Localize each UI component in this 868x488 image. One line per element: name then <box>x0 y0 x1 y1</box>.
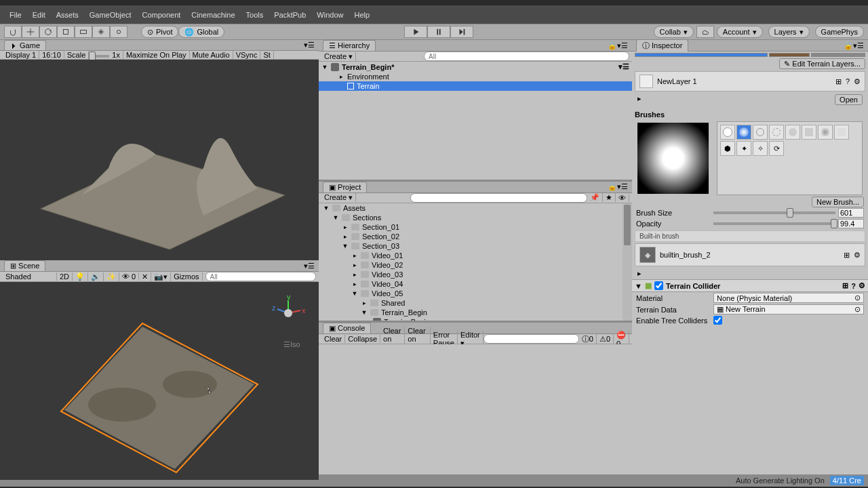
scene-menu-icon[interactable]: ▾☰ <box>618 62 629 71</box>
assets-folder[interactable]: ▼Assets <box>319 203 632 213</box>
create-dropdown[interactable]: Create ▾ <box>321 193 356 202</box>
terrain-data-field[interactable]: ▦ New Terrain⊙ <box>713 304 864 314</box>
lock-icon[interactable]: 🔒 <box>608 182 617 191</box>
scene-viewport[interactable]: x y z Iso ☰ <box>0 282 319 480</box>
opacity-field[interactable] <box>838 219 864 228</box>
hierarchy-tab[interactable]: ☰ Hierarchy <box>323 40 376 51</box>
expand-arrow[interactable]: ▸ <box>637 269 642 277</box>
rotate-tool[interactable] <box>39 26 57 38</box>
brush-option[interactable]: ✦ <box>736 141 751 156</box>
brush-asset-row[interactable]: ◆ builtin_brush_2 ⊞ ⚙ <box>635 243 865 266</box>
brush-option[interactable]: ⟳ <box>769 141 784 156</box>
scene-search[interactable] <box>205 272 316 281</box>
brush-size-field[interactable] <box>838 208 864 218</box>
brush-option[interactable] <box>720 125 735 140</box>
panel-menu-icon[interactable]: ▾☰ <box>617 182 628 191</box>
video-folder[interactable]: ▸Video_03 <box>319 270 632 279</box>
info-count[interactable]: ⓘ0 <box>579 334 597 344</box>
video-folder[interactable]: ▸Video_01 <box>319 251 632 260</box>
mute-toggle[interactable]: Mute Audio <box>190 51 233 59</box>
collab-dropdown[interactable]: Collab▾ <box>654 26 694 38</box>
pause-button[interactable] <box>427 26 450 38</box>
terrain-begin-scene[interactable]: Terrain_Begin <box>319 317 632 321</box>
game-viewport[interactable] <box>0 60 319 260</box>
global-toggle[interactable]: 🌐Global <box>178 26 224 38</box>
object-picker-icon[interactable]: ⊙ <box>854 293 861 302</box>
panel-menu-icon[interactable]: ▾☰ <box>304 41 315 49</box>
new-brush-button[interactable]: New Brush... <box>812 197 864 207</box>
preset-icon[interactable]: ⊞ <box>835 77 842 86</box>
menu-edit[interactable]: Edit <box>27 11 51 19</box>
lighting-status[interactable]: Auto Generate Lighting On <box>736 476 825 485</box>
lighting-icon[interactable]: 💡 <box>73 272 88 281</box>
favorite-icon[interactable]: ★ <box>603 193 616 202</box>
clear-button[interactable]: Clear <box>321 335 345 343</box>
scale-tool[interactable] <box>57 26 75 38</box>
brush-option[interactable]: ⬢ <box>720 141 735 156</box>
filter-icon[interactable]: 📌 <box>587 193 603 202</box>
brush-option[interactable] <box>818 125 833 140</box>
audio-icon[interactable]: 🔊 <box>88 272 104 281</box>
terrain-begin-folder[interactable]: ▼Terrain_Begin <box>319 308 632 317</box>
project-tree[interactable]: ▼Assets ▼Sections ▸Section_01 ▸Section_0… <box>319 203 632 321</box>
cloud-button[interactable] <box>696 26 714 38</box>
scene-tab[interactable]: ⊞ Scene <box>4 260 45 271</box>
layout-dropdown[interactable]: GamePhys <box>815 26 864 38</box>
expand-arrow[interactable]: ▸ <box>637 94 642 105</box>
hierarchy-item-terrain[interactable]: Terrain <box>319 81 632 91</box>
brush-size-slider[interactable] <box>713 211 835 214</box>
step-button[interactable] <box>450 26 473 38</box>
terrain-layer-row[interactable]: NewLayer 1 ⊞ ? ⚙ <box>635 71 865 92</box>
sections-folder[interactable]: ▼Sections <box>319 213 632 222</box>
object-picker-icon[interactable]: ⊙ <box>854 305 861 314</box>
brush-option[interactable] <box>736 125 751 140</box>
preset-icon[interactable]: ⊞ <box>844 251 850 260</box>
close-icon[interactable]: ✕ <box>139 272 151 281</box>
panel-menu-icon[interactable]: ▾☰ <box>617 41 628 50</box>
edit-terrain-layers-button[interactable]: ✎ Edit Terrain Layers... <box>779 58 865 69</box>
brush-option[interactable] <box>753 125 768 140</box>
aspect-dropdown[interactable]: 16:10 <box>39 51 64 59</box>
preset-icon[interactable]: ⊞ <box>842 281 848 290</box>
brush-option[interactable] <box>802 125 816 140</box>
open-button[interactable]: Open <box>835 94 863 105</box>
hand-tool[interactable] <box>4 26 22 38</box>
vsync-toggle[interactable]: VSync <box>233 51 261 59</box>
inspector-tab[interactable]: ⓘ Inspector <box>636 39 688 52</box>
hierarchy-search[interactable] <box>424 52 629 61</box>
brush-option[interactable] <box>785 125 800 140</box>
warning-count[interactable]: ⚠0 <box>597 335 614 344</box>
create-dropdown[interactable]: Create ▾ <box>321 52 356 61</box>
layers-dropdown[interactable]: Layers▾ <box>768 26 810 38</box>
menu-packtpub[interactable]: PacktPub <box>269 11 311 19</box>
section-folder[interactable]: ▼Section_03 <box>319 241 632 251</box>
help-icon[interactable]: ? <box>851 282 856 290</box>
account-dropdown[interactable]: Account▾ <box>717 26 763 38</box>
fx-icon[interactable]: ✨ <box>104 272 119 281</box>
menu-gameobject[interactable]: GameObject <box>84 11 137 19</box>
custom-tool[interactable] <box>110 26 127 38</box>
menu-window[interactable]: Window <box>311 11 349 19</box>
menu-cinemachine[interactable]: Cinemachine <box>186 11 240 19</box>
video-folder[interactable]: ▸Video_04 <box>319 279 632 289</box>
terrain-collider-header[interactable]: ▼ ▦ Terrain Collider ⊞ ? ⚙ <box>632 279 868 292</box>
project-search[interactable] <box>410 193 587 203</box>
brush-option[interactable] <box>769 125 784 140</box>
lock-icon[interactable]: 🔒 <box>608 41 617 50</box>
maximize-toggle[interactable]: Maximize On Play <box>123 51 190 59</box>
shared-folder[interactable]: ▸Shared <box>319 298 632 308</box>
menu-help[interactable]: Help <box>349 11 375 19</box>
menu-component[interactable]: Component <box>136 11 186 19</box>
move-tool[interactable] <box>22 26 39 38</box>
material-field[interactable]: None (Physic Material)⊙ <box>713 293 864 303</box>
lock-icon[interactable]: 🔒 <box>844 41 853 50</box>
component-enabled-checkbox[interactable] <box>654 281 663 290</box>
rect-tool[interactable] <box>75 26 92 38</box>
section-folder[interactable]: ▸Section_02 <box>319 232 632 241</box>
console-tab[interactable]: ▣ Console <box>323 323 371 333</box>
help-icon[interactable]: ? <box>846 77 850 85</box>
video-folder[interactable]: ▸Video_02 <box>319 260 632 270</box>
play-button[interactable] <box>404 26 427 38</box>
brush-option[interactable]: ✧ <box>753 141 768 156</box>
hidden-icon[interactable]: 👁 <box>616 194 629 202</box>
